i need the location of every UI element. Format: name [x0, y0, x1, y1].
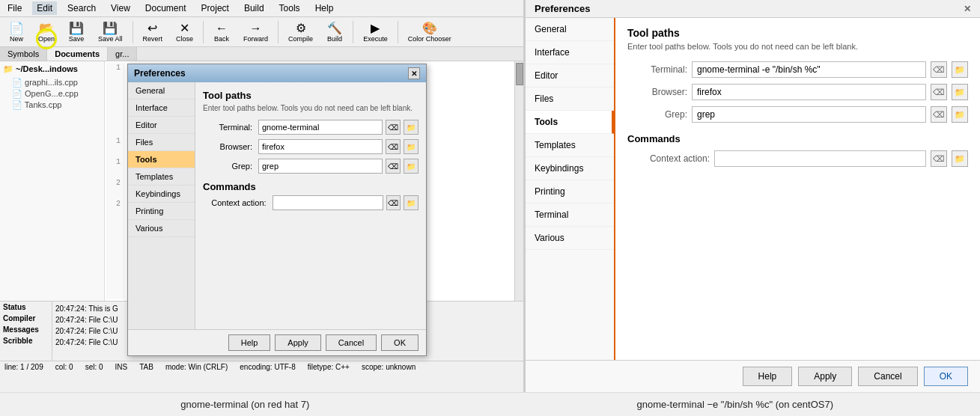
toolbar-back[interactable]: ←Back	[208, 19, 235, 45]
toolbar-forward[interactable]: →Forward	[238, 19, 273, 45]
bottom-col: col: 0	[55, 363, 73, 371]
context-action-input[interactable]	[273, 195, 383, 210]
right-nav-terminal[interactable]: Terminal	[526, 204, 614, 227]
right-browser-input[interactable]	[692, 84, 926, 100]
tab-symbols[interactable]: Symbols	[0, 47, 47, 61]
right-terminal-clear-btn[interactable]: ⌫	[931, 61, 947, 78]
right-browser-label: Browser:	[627, 87, 687, 97]
scroll-track[interactable]	[514, 61, 523, 301]
toolbar-revert[interactable]: ↩Revert	[138, 19, 168, 45]
right-nav-files[interactable]: Files	[526, 88, 614, 111]
toolbar-execute[interactable]: ▶Execute	[358, 19, 393, 45]
dialog-section-title: Tool paths	[203, 90, 419, 101]
menu-project[interactable]: Project	[197, 1, 234, 15]
dialog-ok-btn[interactable]: OK	[381, 334, 419, 351]
file-tree-item-tanks[interactable]: 📄 Tanks.cpp	[3, 100, 101, 111]
dialog-help-btn[interactable]: Help	[228, 334, 271, 351]
right-nav-keybindings[interactable]: Keybindings	[526, 157, 614, 180]
right-grep-input[interactable]	[692, 106, 926, 123]
dialog-nav-printing[interactable]: Printing	[128, 203, 195, 220]
context-action-clear-btn[interactable]: ⌫	[386, 195, 401, 210]
dialog-nav-files[interactable]: Files	[128, 134, 195, 151]
right-cancel-btn[interactable]: Cancel	[858, 367, 917, 386]
menu-view[interactable]: View	[106, 1, 135, 15]
dialog-apply-btn[interactable]: Apply	[275, 334, 321, 351]
tab-gr[interactable]: gr...	[108, 47, 137, 61]
right-section-title: Tool paths	[627, 27, 968, 39]
right-grep-clear-btn[interactable]: ⌫	[931, 106, 947, 123]
right-grep-browse-btn[interactable]: 📁	[952, 106, 968, 123]
file-tree-item-opengl[interactable]: 📄 OpenG...e.cpp	[3, 88, 101, 100]
dialog-nav-general[interactable]: General	[128, 82, 195, 100]
scroll-thumb[interactable]	[516, 63, 523, 85]
toolbar-color-chooser[interactable]: 🎨Color Chooser	[403, 19, 457, 45]
toolbar-build[interactable]: 🔨Build	[321, 19, 348, 45]
menu-document[interactable]: Document	[141, 1, 191, 15]
toolbar-new[interactable]: 📄New	[3, 19, 30, 45]
dialog-cancel-btn[interactable]: Cancel	[326, 334, 377, 351]
bottom-encoding: encoding: UTF-8	[240, 363, 295, 371]
preferences-dialog: Preferences ✕ General Interface Editor F…	[127, 64, 427, 356]
right-nav-editor[interactable]: Editor	[526, 64, 614, 88]
menu-build[interactable]: Build	[240, 1, 269, 15]
file-tree-item-graphics[interactable]: 📄 graphi...ils.cpp	[3, 77, 101, 88]
terminal-input[interactable]	[258, 120, 383, 135]
file-tree-root: 📁 ~/Desk...indows	[3, 64, 101, 74]
right-terminal-browse-btn[interactable]: 📁	[952, 61, 968, 78]
dialog-content: Tool paths Enter tool paths below. Tools…	[195, 82, 426, 329]
form-row-grep: Grep: ⌫ 📁	[203, 159, 419, 174]
dialog-nav-templates[interactable]: Templates	[128, 168, 195, 186]
right-nav-tools[interactable]: Tools	[526, 111, 614, 134]
grep-clear-btn[interactable]: ⌫	[386, 159, 401, 174]
browser-clear-btn[interactable]: ⌫	[386, 139, 401, 154]
right-nav-various[interactable]: Various	[526, 227, 614, 250]
toolbar-close[interactable]: ✕Close	[171, 19, 198, 45]
right-panel: Preferences ✕ General Interface Editor F…	[524, 0, 980, 392]
right-sidebar: General Interface Editor Files Tools Tem…	[526, 18, 615, 360]
terminal-clear-btn[interactable]: ⌫	[386, 120, 401, 135]
right-help-btn[interactable]: Help	[743, 367, 793, 386]
right-terminal-label: Terminal:	[627, 64, 687, 75]
dialog-nav-tools[interactable]: Tools	[128, 151, 195, 168]
right-context-browse-btn[interactable]: 📁	[952, 150, 968, 167]
right-nav-interface[interactable]: Interface	[526, 41, 614, 64]
tab-documents[interactable]: Documents	[47, 47, 108, 61]
menu-search[interactable]: Search	[63, 1, 100, 15]
right-browser-clear-btn[interactable]: ⌫	[931, 84, 947, 100]
toolbar-compile[interactable]: ⚙Compile	[283, 19, 318, 45]
browser-input[interactable]	[258, 139, 383, 154]
toolbar-sep-2	[203, 21, 204, 43]
right-nav-templates[interactable]: Templates	[526, 134, 614, 157]
browser-browse-btn[interactable]: 📁	[404, 139, 419, 154]
dialog-nav-interface[interactable]: Interface	[128, 100, 195, 117]
dialog-close-btn[interactable]: ✕	[408, 67, 420, 79]
right-context-clear-btn[interactable]: ⌫	[931, 150, 947, 167]
dialog-nav-keybindings[interactable]: Keybindings	[128, 186, 195, 203]
right-terminal-input[interactable]	[692, 61, 926, 78]
menu-tools[interactable]: Tools	[275, 1, 305, 15]
right-nav-general[interactable]: General	[526, 18, 614, 41]
toolbar-save-all[interactable]: 💾Save All	[93, 19, 128, 45]
right-context-input[interactable]	[714, 150, 926, 167]
menu-file[interactable]: File	[3, 1, 26, 15]
terminal-browse-btn[interactable]: 📁	[404, 120, 419, 135]
right-close-btn[interactable]: ✕	[964, 4, 971, 14]
context-action-browse-btn[interactable]: 📁	[404, 195, 419, 210]
context-action-label: Context action:	[203, 198, 270, 207]
grep-label: Grep:	[203, 162, 255, 171]
right-apply-btn[interactable]: Apply	[798, 367, 852, 386]
menu-edit[interactable]: Edit	[32, 1, 57, 15]
right-footer: Help Apply Cancel OK	[526, 360, 980, 392]
toolbar-save[interactable]: 💾Save	[63, 19, 90, 45]
dialog-section-desc: Enter tool paths below. Tools you do not…	[203, 104, 419, 112]
menu-help[interactable]: Help	[311, 1, 338, 15]
grep-input[interactable]	[258, 159, 383, 174]
form-row-terminal: Terminal: ⌫ 📁	[203, 120, 419, 135]
grep-browse-btn[interactable]: 📁	[404, 159, 419, 174]
dialog-nav-editor[interactable]: Editor	[128, 117, 195, 134]
toolbar-open[interactable]: 📂Open	[33, 19, 60, 45]
right-browser-browse-btn[interactable]: 📁	[952, 84, 968, 100]
right-ok-btn[interactable]: OK	[924, 367, 968, 386]
right-nav-printing[interactable]: Printing	[526, 180, 614, 204]
dialog-nav-various[interactable]: Various	[128, 220, 195, 237]
